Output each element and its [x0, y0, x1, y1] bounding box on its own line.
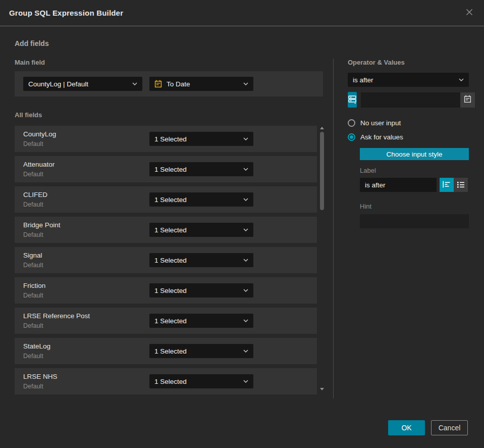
field-selected-dropdown[interactable]: 1 Selected [149, 132, 253, 146]
chevron-down-icon [243, 350, 248, 353]
add-fields-heading: Add fields [15, 39, 469, 47]
choose-input-style-button[interactable]: Choose input style [360, 148, 469, 160]
list-scrollbar[interactable] [319, 127, 325, 390]
all-fields-list: CountyLog Default 1 Selected Attenuator … [15, 126, 317, 394]
radio-no-user-input-label: No user input [360, 119, 401, 127]
scroll-up-arrow[interactable] [320, 127, 324, 129]
all-fields-label: All fields [15, 111, 325, 119]
cancel-button[interactable]: Cancel [431, 420, 468, 435]
radio-ask-for-values[interactable]: Ask for values [348, 133, 469, 141]
chevron-down-icon [243, 228, 248, 231]
dialog-title: Group SQL Expression Builder [9, 9, 123, 17]
selected-count: 1 Selected [154, 257, 187, 264]
field-selected-dropdown[interactable]: 1 Selected [149, 162, 253, 176]
input-mode-radios: No user input Ask for values Choose inpu… [348, 119, 469, 228]
main-field-dropdown-value: CountyLog | Default [28, 80, 88, 88]
field-row: LRSE Reference Post Default 1 Selected [15, 308, 317, 334]
field-selected-dropdown[interactable]: 1 Selected [149, 283, 253, 297]
operator-values-pane: Operator & Values is after [348, 59, 469, 399]
label-input[interactable] [360, 178, 437, 192]
field-selected-dropdown[interactable]: 1 Selected [149, 223, 253, 237]
single-line-style-button[interactable] [440, 178, 454, 192]
main-field-panel: CountyLog | Default [15, 71, 323, 96]
list-values-icon [457, 181, 465, 189]
field-row: Bridge Point Default 1 Selected [15, 217, 317, 243]
chevron-down-icon [243, 137, 248, 140]
close-icon [465, 8, 473, 18]
date-picker-button[interactable] [460, 92, 475, 108]
field-selected-dropdown[interactable]: 1 Selected [149, 344, 253, 358]
chevron-down-icon [459, 78, 464, 81]
field-selected-dropdown[interactable]: 1 Selected [149, 314, 253, 328]
chevron-down-icon [243, 319, 248, 322]
close-button[interactable] [463, 7, 476, 20]
hint-input[interactable] [360, 214, 469, 228]
set-values-button[interactable] [348, 92, 357, 108]
label-field-label: Label [360, 167, 469, 174]
selected-count: 1 Selected [154, 196, 187, 204]
all-fields-list-wrap: CountyLog Default 1 Selected Attenuator … [15, 126, 325, 394]
field-selected-dropdown[interactable]: 1 Selected [149, 192, 253, 207]
chevron-down-icon [243, 198, 248, 201]
ok-button[interactable]: OK [388, 420, 425, 435]
selected-count: 1 Selected [154, 378, 187, 385]
selected-count: 1 Selected [154, 226, 187, 234]
field-row: CountyLog Default 1 Selected [15, 126, 317, 152]
date-field-dropdown-value: To Date [167, 80, 190, 88]
fields-pane: Main field CountyLog | Default [15, 59, 325, 399]
main-field-dropdown[interactable]: CountyLog | Default [23, 77, 142, 91]
operator-dropdown[interactable]: is after [348, 73, 469, 87]
field-row: Signal Default 1 Selected [15, 247, 317, 273]
hint-field-label: Hint [360, 203, 469, 210]
list-style-button[interactable] [454, 178, 468, 192]
field-row: Friction Default 1 Selected [15, 277, 317, 304]
field-row: LRSE NHS Default 1 Selected [15, 368, 317, 394]
operator-dropdown-value: is after [353, 76, 373, 84]
selected-count: 1 Selected [154, 135, 187, 143]
field-selected-dropdown[interactable]: 1 Selected [149, 253, 253, 267]
field-row: StateLog Default 1 Selected [15, 338, 317, 364]
chevron-down-icon [243, 259, 248, 262]
selected-count: 1 Selected [154, 166, 187, 173]
field-selected-dropdown[interactable]: 1 Selected [149, 374, 253, 388]
chevron-down-icon [243, 82, 248, 85]
input-style-toggle [440, 178, 468, 192]
main-field-label: Main field [15, 59, 325, 66]
selected-count: 1 Selected [154, 347, 187, 355]
dialog-header: Group SQL Expression Builder [0, 0, 484, 26]
chevron-down-icon [243, 289, 248, 292]
radio-unselected-icon [348, 119, 355, 127]
set-values-icon [348, 94, 357, 106]
field-row: Attenuator Default 1 Selected [15, 156, 317, 182]
radio-selected-icon [348, 133, 355, 141]
scroll-down-arrow[interactable] [320, 388, 324, 390]
selected-count: 1 Selected [154, 287, 187, 294]
chevron-down-icon [243, 380, 248, 383]
ask-values-options: Choose input style Label [360, 147, 469, 228]
calendar-icon [154, 80, 162, 88]
selected-count: 1 Selected [154, 317, 187, 325]
date-field-dropdown[interactable]: To Date [149, 77, 253, 91]
pane-divider [333, 59, 334, 399]
radio-no-user-input[interactable]: No user input [348, 119, 469, 127]
calendar-icon [464, 95, 471, 105]
dialog-body: Add fields Main field CountyLog | Defaul… [0, 26, 484, 399]
single-line-input-icon [443, 181, 451, 189]
value-input-row [348, 92, 469, 108]
operator-values-heading: Operator & Values [348, 59, 469, 66]
field-row: CLIFED Default 1 Selected [15, 186, 317, 213]
dialog-footer: OK Cancel [388, 420, 468, 435]
chevron-down-icon [243, 168, 248, 171]
scrollbar-thumb[interactable] [320, 132, 324, 210]
radio-ask-for-values-label: Ask for values [360, 133, 403, 141]
chevron-down-icon [132, 82, 137, 85]
value-input[interactable] [361, 92, 460, 108]
label-input-row [360, 178, 469, 192]
